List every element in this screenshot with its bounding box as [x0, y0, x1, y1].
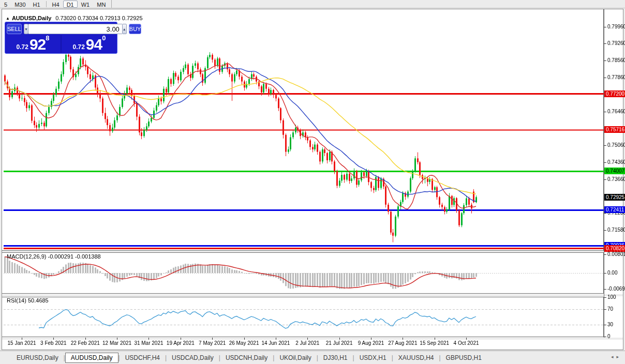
buy-price-prefix: 0.72 — [73, 43, 85, 51]
chart-tab-EURUSD-Daily[interactable]: EURUSD,Daily — [11, 353, 64, 362]
rsi-tick-label: 30 — [607, 322, 613, 327]
tab-scroll-right-icon[interactable]: ▸ — [616, 354, 622, 359]
macd-indicator-label: MACD(12,26,9) -0.000291 -0.001388 — [7, 253, 101, 260]
price-tick-label: 0.79260 — [607, 40, 625, 46]
sell-price-point: 8 — [46, 34, 49, 42]
date-axis-label: 15 Jan 2021 — [8, 340, 36, 346]
price-tick-label: 0.71580 — [607, 227, 625, 233]
chart-tab-USDCNH-Daily[interactable]: USDCNH,Daily — [220, 353, 273, 362]
timeframe-button-M30[interactable]: M30 — [11, 1, 29, 8]
toolbar-separator — [46, 1, 47, 7]
timeframe-button-5[interactable]: 5 — [1, 1, 11, 8]
rsi-tick-label: 100 — [607, 294, 616, 300]
price-tick-label: 0.77860 — [607, 74, 625, 80]
macd-tick-label: -0.00697 — [607, 286, 625, 292]
date-axis-label: 4 Oct 2021 — [454, 340, 479, 346]
date-axis-label: 31 Mar 2021 — [134, 340, 163, 346]
timeframe-button-W1[interactable]: W1 — [78, 1, 94, 8]
chart-tab-USDCAD-Daily[interactable]: USDCAD,Daily — [167, 353, 219, 362]
chart-ohlc-values: 0.73020 0.73034 0.72913 0.72925 — [55, 15, 142, 21]
volume-increase-icon[interactable]: ▲ — [122, 24, 127, 34]
date-axis-label: 15 Sep 2021 — [420, 340, 449, 346]
sell-price-pips: 92 — [29, 37, 46, 52]
buy-price-display[interactable]: 0.72 94 0 — [63, 35, 115, 53]
tab-scroll-left-icon[interactable]: ◂ — [611, 354, 617, 359]
rsi-indicator-label: RSI(14) 50.4685 — [7, 297, 49, 304]
price-level-badge: 0.70820 — [604, 245, 625, 252]
date-axis-label: 2 Jul 2021 — [295, 340, 319, 346]
volume-decrease-icon[interactable]: ▼ — [24, 24, 28, 34]
price-tick-label: 0.78560 — [607, 57, 625, 63]
macd-tick-label: 0.008014 — [607, 251, 625, 257]
sell-price-display[interactable]: 0.72 92 8 — [7, 35, 59, 53]
price-tick-label: 0.74360 — [607, 159, 625, 165]
chart-tab-DJ30-H1[interactable]: DJ30,H1 — [318, 353, 353, 362]
chart-title: ▲AUDUSD,Daily0.73020 0.73034 0.72913 0.7… — [6, 15, 143, 21]
timeframe-button-MN[interactable]: MN — [93, 1, 109, 8]
chart-tab-AUDUSD-Daily[interactable]: AUDUSD,Daily — [65, 353, 118, 363]
rsi-value: 50.4685 — [28, 297, 49, 304]
mt4-window: 5M30H1H4D1W1MN ▲AUDUSD,Daily0.73020 0.73… — [0, 0, 625, 364]
timeframe-button-H4[interactable]: H4 — [49, 1, 63, 8]
price-tick-label: 0.79960 — [607, 24, 625, 29]
rsi-tick-label: 0 — [607, 333, 611, 339]
date-axis-label: 22 Feb 2021 — [71, 340, 100, 346]
one-click-trading-panel: SELL ▼ ▲ BUY 0.72 92 8 0.72 94 0 — [5, 22, 117, 54]
price-level-badge: 0.77200 — [604, 90, 625, 97]
date-axis-label: 14 Jun 2021 — [261, 340, 290, 346]
macd-tick-label: 0.00 — [607, 270, 617, 276]
price-level-badge: 0.72411 — [604, 206, 625, 213]
price-tick-label: 0.76460 — [607, 109, 625, 114]
macd-values: -0.000291 -0.001388 — [48, 253, 100, 260]
chart-tab-GBPUSD-H1[interactable]: GBPUSD,H1 — [441, 353, 487, 362]
price-divider — [61, 35, 62, 53]
sell-price-prefix: 0.72 — [17, 43, 28, 51]
rsi-tick-label: 70 — [607, 306, 613, 312]
date-axis-label: 19 Apr 2021 — [167, 340, 195, 346]
chart-tab-XAUUSD-H4[interactable]: XAUUSD,H4 — [393, 353, 439, 362]
date-axis-label: 9 Aug 2021 — [358, 340, 384, 346]
price-level-badge: 0.74007 — [604, 168, 625, 174]
date-axis-label: 27 Aug 2021 — [388, 340, 417, 346]
date-axis-label: 21 Jul 2021 — [326, 340, 353, 346]
buy-price-pips: 94 — [86, 37, 102, 52]
chart-tab-USDX-H1[interactable]: USDX,H1 — [354, 353, 392, 362]
macd-name: MACD(12,26,9) — [7, 253, 46, 260]
chart-tab-USDCHF-H4[interactable]: USDCHF,H4 — [120, 353, 165, 362]
date-axis-label: 26 May 2021 — [229, 340, 259, 346]
price-level-badge: 0.75716 — [604, 126, 625, 133]
chart-symbol: AUDUSD,Daily — [12, 15, 51, 21]
buy-price-point: 0 — [102, 34, 106, 42]
price-tick-label: 0.75060 — [607, 142, 625, 148]
symbol-marker-icon: ▲ — [6, 16, 10, 21]
rsi-name: RSI(14) — [7, 297, 26, 304]
timeframe-button-D1[interactable]: D1 — [63, 1, 78, 8]
chart-tab-bar: EURUSD,Daily|AUDUSD,Daily|USDCHF,H4|USDC… — [0, 351, 625, 364]
toolbar-separator — [111, 0, 112, 8]
chart-tab-UKOil-Daily[interactable]: UKOil,Daily — [274, 353, 316, 362]
volume-input[interactable] — [28, 24, 122, 34]
current-bid-badge: 0.72925 — [604, 194, 625, 201]
price-chart-canvas[interactable] — [2, 9, 623, 350]
date-axis-label: 7 May 2021 — [199, 340, 226, 346]
timeframe-button-H1[interactable]: H1 — [29, 1, 44, 8]
sell-button[interactable]: SELL — [7, 24, 22, 34]
price-tick-label: 0.73660 — [607, 176, 625, 182]
chart-window: ▲AUDUSD,Daily0.73020 0.73034 0.72913 0.7… — [2, 9, 623, 350]
buy-button[interactable]: BUY — [129, 24, 142, 34]
tab-scroll-arrows[interactable]: ◂▸ — [611, 354, 622, 359]
timeframe-toolbar: 5M30H1H4D1W1MN — [0, 0, 625, 8]
date-axis-label: 12 Mar 2021 — [102, 340, 131, 346]
date-axis-label: 3 Feb 2021 — [40, 340, 67, 346]
